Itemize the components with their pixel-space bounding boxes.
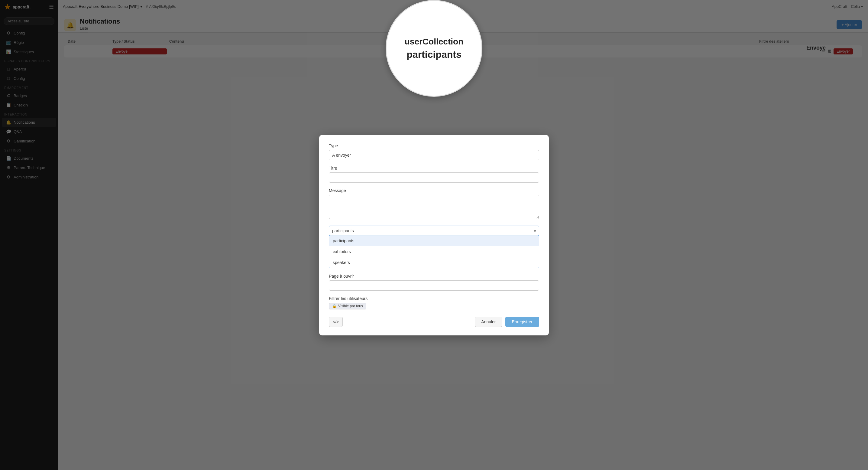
titre-label: Titre	[329, 166, 539, 171]
visible-tag-text: Visible par tous	[338, 304, 363, 308]
magnifier-sub-label: participants	[406, 49, 461, 60]
magnifier-circle: userCollection participants	[385, 0, 483, 97]
type-label: Type	[329, 143, 539, 148]
option-speakers-item[interactable]: speakers	[329, 257, 539, 268]
modal-footer: </> Annuler Enregistrer	[329, 317, 539, 327]
message-label: Message	[329, 188, 539, 193]
modal-type-field: Type	[329, 143, 539, 160]
visible-tag[interactable]: 🔒 Visible par tous	[329, 303, 366, 310]
magnifier-main-label: userCollection	[405, 37, 463, 47]
message-textarea[interactable]	[329, 195, 539, 219]
modal-filtrer-field: Filtrer les utilisateurs 🔒 Visible par t…	[329, 296, 539, 310]
modal-overlay[interactable]: userCollection participants Type Titre M…	[0, 0, 868, 470]
lock-icon: 🔒	[332, 304, 337, 308]
cancel-button[interactable]: Annuler	[475, 317, 502, 327]
page-ouvrir-label: Page à ouvrir	[329, 274, 539, 278]
footer-right: Annuler Enregistrer	[475, 317, 539, 327]
modal-page-field: Page à ouvrir	[329, 274, 539, 291]
type-input[interactable]	[329, 150, 539, 160]
modal: Type Titre Message participants exhibito…	[319, 135, 549, 335]
dropdown-options-list: participants exhibitors speakers	[329, 235, 539, 268]
modal-titre-field: Titre	[329, 166, 539, 183]
modal-message-field: Message	[329, 188, 539, 220]
titre-input[interactable]	[329, 172, 539, 183]
dropdown-wrapper: participants exhibitors speakers ▾	[329, 226, 539, 236]
save-button[interactable]: Enregistrer	[505, 317, 539, 327]
modal-usercollection-field: participants exhibitors speakers ▾ parti…	[329, 226, 539, 268]
option-participants-item[interactable]: participants	[329, 235, 539, 246]
filtrer-label: Filtrer les utilisateurs	[329, 296, 539, 301]
page-ouvrir-input[interactable]	[329, 281, 539, 291]
usercollection-select[interactable]: participants exhibitors speakers	[329, 226, 539, 236]
option-exhibitors-item[interactable]: exhibitors	[329, 246, 539, 257]
code-button[interactable]: </>	[329, 317, 343, 327]
